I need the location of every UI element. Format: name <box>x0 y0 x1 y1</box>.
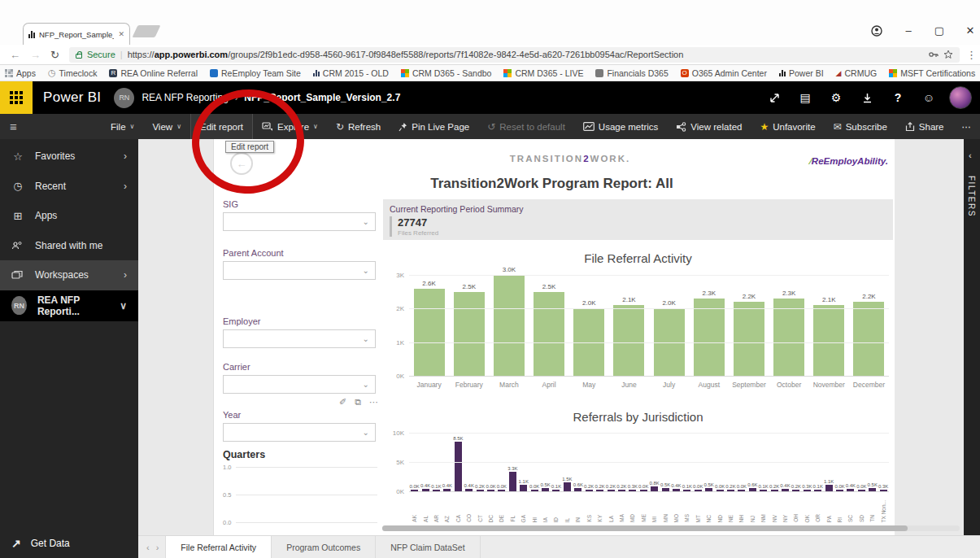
workspace-avatar[interactable]: RN <box>114 88 134 108</box>
bar-value-label: 0.3K <box>878 484 888 489</box>
file-menu[interactable]: File∨ <box>102 114 143 139</box>
slicer-dropdown-year[interactable]: ⌄ <box>223 423 376 442</box>
bookmark-crm-d365-live[interactable]: CRM D365 - LIVE <box>503 68 583 78</box>
bookmark-timeclock[interactable]: ◷Timeclock <box>48 68 97 78</box>
bar[interactable] <box>694 299 725 376</box>
slicer-dropdown-parent-account[interactable]: ⌄ <box>223 261 376 280</box>
bookmark-msft-certifications[interactable]: MSFT Certifications <box>889 68 975 78</box>
bar[interactable] <box>773 299 804 376</box>
browser-menu-icon[interactable]: ⋮ <box>966 49 977 61</box>
sidebar-item-current-workspace[interactable]: RNREA NFP Reporti...∨ <box>0 290 138 321</box>
horizontal-scrollbar[interactable] <box>382 525 960 531</box>
bar[interactable] <box>520 485 527 491</box>
focus-mode-icon[interactable]: ⧉ <box>355 397 361 408</box>
bar[interactable] <box>454 292 485 376</box>
sidebar-item-favorites[interactable]: ☆Favorites› <box>0 142 138 172</box>
bar[interactable] <box>613 305 644 376</box>
bookmark-crmug[interactable]: ◢CRMUG <box>836 68 878 78</box>
pin-live-page-button[interactable]: Pin Live Page <box>390 114 478 139</box>
slicer-dropdown-carrier[interactable]: ⌄ <box>223 375 376 394</box>
bookmark-crm-d365-sandbox[interactable]: CRM D365 - Sandbo <box>401 68 491 78</box>
chart2-plot[interactable]: 0.0K0.4K0.1K0.4K8.5K0.4K0.2K0.0K0.0K3.3K… <box>409 433 889 491</box>
nav-collapse-icon[interactable]: ≡ <box>10 120 24 133</box>
pin-visual-icon[interactable]: ✐ <box>339 397 346 408</box>
subscribe-button[interactable]: ✉Subscribe <box>825 114 896 139</box>
bookmark-star-icon[interactable] <box>943 50 953 59</box>
back-navigation-icon[interactable]: ← <box>230 152 253 175</box>
powerbi-logo[interactable]: Power BI <box>43 89 101 106</box>
y-axis-tick: 0K <box>383 488 404 495</box>
chart1-plot[interactable]: 2.6K2.5K3.0K2.5K2.0K2.1K2.0K2.3K2.2K2.3K… <box>409 275 889 376</box>
bar-value-label: 2.3K <box>703 290 716 297</box>
user-avatar[interactable] <box>949 86 972 109</box>
page-tab-program-outcomes[interactable]: Program Outcomes <box>272 536 376 558</box>
toolbar-more-icon[interactable]: ⋯ <box>953 114 980 139</box>
bookmark-crm-2015[interactable]: CRM 2015 - OLD <box>313 68 389 78</box>
category-label: PA <box>826 516 832 522</box>
bar[interactable] <box>414 289 445 376</box>
bar[interactable] <box>564 482 571 491</box>
get-data-button[interactable]: ↗Get Data <box>0 529 138 558</box>
chart2-title: Referrals by Jurisdiction <box>383 410 893 424</box>
page-prev-icon[interactable]: ‹ <box>146 543 150 552</box>
page-tab-nfp-claim-dataset[interactable]: NFP Claim DataSet <box>376 536 480 558</box>
feedback-icon[interactable]: ▤ <box>790 81 821 114</box>
bar[interactable] <box>455 442 462 491</box>
sidebar-item-shared-with-me[interactable]: Shared with me <box>0 231 138 261</box>
slicer-dropdown-sig[interactable]: ⌄ <box>223 212 376 231</box>
scrollbar-thumb[interactable] <box>382 525 908 531</box>
workspace-avatar: RN <box>11 296 27 315</box>
refresh-button[interactable]: ↻Refresh <box>327 114 390 139</box>
reload-icon[interactable]: ↻ <box>50 49 59 61</box>
settings-gear-icon[interactable]: ⚙ <box>821 81 852 114</box>
unfavorite-button[interactable]: ★Unfavorite <box>751 114 824 139</box>
maximize-button[interactable]: ▢ <box>933 24 946 37</box>
bar[interactable] <box>825 485 833 491</box>
view-menu[interactable]: View∨ <box>143 114 190 139</box>
bar[interactable] <box>494 275 525 376</box>
bookmark-financials-d365[interactable]: Financials D365 <box>595 68 668 78</box>
address-bar[interactable]: Secure | https://app.powerbi.com/groups/… <box>69 47 960 63</box>
sidebar-item-workspaces[interactable]: Workspaces› <box>0 260 138 290</box>
bookmark-o365-admin[interactable]: OO365 Admin Center <box>681 68 767 78</box>
browser-tab[interactable]: NFP_Report_Sample_Ver... ✕ <box>23 23 130 45</box>
download-icon[interactable] <box>852 81 882 114</box>
page-next-icon[interactable]: › <box>156 543 159 552</box>
bar[interactable] <box>509 472 516 491</box>
page-tab-file-referral-activity[interactable]: File Referral Activity <box>165 536 272 558</box>
key-icon[interactable] <box>929 50 939 59</box>
filters-rail[interactable]: ‹ FILTERS <box>964 139 980 535</box>
help-icon[interactable]: ? <box>882 81 913 114</box>
bookmark-reemploy-team-site[interactable]: ReEmploy Team Site <box>210 68 301 78</box>
summary-card[interactable]: Current Reporting Period Summary 27747 F… <box>383 199 893 240</box>
back-icon[interactable]: ← <box>10 49 20 61</box>
smiley-feedback-icon[interactable]: ☺ <box>913 81 944 114</box>
edit-report-button[interactable]: Edit report <box>190 114 253 139</box>
bookmark-apps[interactable]: Apps <box>5 68 36 78</box>
bar[interactable] <box>734 302 764 376</box>
tab-close-icon[interactable]: ✕ <box>118 30 124 38</box>
breadcrumb-workspace[interactable]: REA NFP Reporting <box>142 92 229 103</box>
share-button[interactable]: Share <box>896 114 953 139</box>
bookmark-rea-online-referral[interactable]: RREA Online Referral <box>109 68 198 78</box>
bookmark-powerbi[interactable]: Power BI <box>779 68 824 78</box>
visual-more-icon[interactable]: ⋯ <box>369 397 378 408</box>
explore-menu[interactable]: Explore∨ <box>253 114 327 139</box>
waffle-menu-icon[interactable] <box>0 81 33 114</box>
bar[interactable] <box>853 302 884 376</box>
chevron-down-icon: ⌄ <box>363 266 369 275</box>
bar-value-label: 0.6K <box>747 482 757 487</box>
new-tab-button[interactable] <box>133 25 161 37</box>
minimize-button[interactable]: – <box>902 24 915 37</box>
sidebar-item-apps[interactable]: ⊞Apps <box>0 201 138 231</box>
bar[interactable] <box>813 305 844 376</box>
view-related-button[interactable]: View related <box>667 114 751 139</box>
usage-metrics-button[interactable]: Usage metrics <box>574 114 668 139</box>
close-button[interactable]: ✕ <box>964 24 977 37</box>
profile-icon[interactable] <box>871 25 884 37</box>
fullscreen-icon[interactable] <box>759 81 790 114</box>
sidebar-item-recent[interactable]: ◷Recent› <box>0 172 138 202</box>
powerbi-header: Power BI RN REA NFP Reporting › NFP_Repo… <box>0 81 980 114</box>
slicer-dropdown-employer[interactable]: ⌄ <box>223 329 376 348</box>
bar[interactable] <box>534 292 564 376</box>
